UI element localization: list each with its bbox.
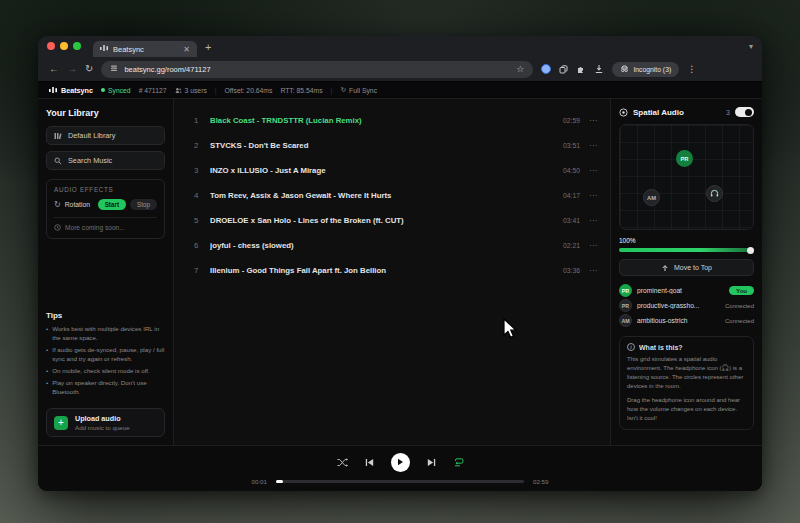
reload-button[interactable]: ↻ xyxy=(85,64,93,74)
search-music-button[interactable]: Search Music xyxy=(46,151,165,170)
beatsync-logo-icon xyxy=(49,86,57,94)
zoom-window-button[interactable] xyxy=(73,42,81,50)
volume-slider[interactable] xyxy=(619,248,754,252)
tip-item: •Play on speaker directly. Don't use Blu… xyxy=(46,379,165,397)
info-paragraph-1: This grid simulates a spatial audio envi… xyxy=(627,355,746,391)
total-time: 02:59 xyxy=(533,478,548,485)
incognito-badge[interactable]: Incognito (3) xyxy=(612,62,679,77)
spatial-user-row[interactable]: PR productive-grassho... Connected xyxy=(619,298,754,313)
track-title: DROELOE x San Holo - Lines of the Broken… xyxy=(210,216,563,225)
spatial-node-device[interactable]: AM xyxy=(643,189,660,206)
profile-icon[interactable] xyxy=(541,64,551,74)
url-field[interactable]: beatsync.gg/room/471127 ☆ xyxy=(101,61,533,78)
tip-item: •Works best with multiple devices IRL in… xyxy=(46,325,165,343)
track-menu-icon[interactable]: ⋯ xyxy=(589,266,598,275)
user-status-badge: You xyxy=(729,286,754,295)
rotation-icon: ↻ xyxy=(54,200,61,209)
rotation-label: Rotation xyxy=(65,201,90,208)
spatial-node-self[interactable]: PR xyxy=(676,150,693,167)
previous-track-button[interactable] xyxy=(365,458,374,467)
tips-section: Tips •Works best with multiple devices I… xyxy=(46,311,165,400)
url-text: beatsync.gg/room/471127 xyxy=(124,65,510,74)
full-sync-icon: ↻ xyxy=(340,86,346,94)
beatsync-brand: Beatsync xyxy=(49,86,93,95)
play-icon xyxy=(396,458,404,466)
track-row[interactable]: 2 STVCKS - Don't Be Scared 03:51 ⋯ xyxy=(194,133,598,158)
rotation-start-button[interactable]: Start xyxy=(98,199,126,210)
upload-audio-button[interactable]: + Upload audio Add music to queue xyxy=(46,408,165,437)
seek-progress xyxy=(276,480,283,483)
track-menu-icon[interactable]: ⋯ xyxy=(589,216,598,225)
tip-item: •If audio gets de-synced, pause, play / … xyxy=(46,346,165,364)
track-row[interactable]: 1 Black Coast - TRNDSTTR (Lucian Remix) … xyxy=(194,108,598,133)
spatial-audio-title: Spatial Audio xyxy=(633,108,684,117)
full-sync-button[interactable]: ↻ Full Sync xyxy=(340,86,377,94)
rtt-stat: RTT: 85.54ms xyxy=(280,87,322,94)
spatial-info-box: i What is this? This grid simulates a sp… xyxy=(619,336,754,430)
spatial-audio-toggle[interactable] xyxy=(735,107,754,117)
browser-window: Beatsync ✕ + ▾ ← → ↻ beatsync.gg/room/47… xyxy=(38,36,762,491)
track-title: INZO x ILLUSIO - Just A Mirage xyxy=(210,166,563,175)
minimize-window-button[interactable] xyxy=(60,42,68,50)
track-menu-icon[interactable]: ⋯ xyxy=(589,241,598,250)
play-pause-button[interactable] xyxy=(391,453,410,472)
track-title: STVCKS - Don't Be Scared xyxy=(210,141,563,150)
back-button[interactable]: ← xyxy=(49,64,59,74)
seek-bar[interactable] xyxy=(276,480,524,483)
track-row[interactable]: 7 Illenium - Good Things Fall Apart ft. … xyxy=(194,258,598,283)
download-icon[interactable] xyxy=(594,64,604,74)
browser-menu-icon[interactable]: ⋮ xyxy=(687,64,696,74)
rotation-stop-button[interactable]: Stop xyxy=(130,199,157,210)
current-time: 00:01 xyxy=(252,478,267,485)
forward-button[interactable]: → xyxy=(67,64,77,74)
track-menu-icon[interactable]: ⋯ xyxy=(589,116,598,125)
spatial-audio-panel: Spatial Audio 3 PR AM 100% Move to Top xyxy=(610,99,762,445)
library-icon xyxy=(54,132,62,140)
track-row[interactable]: 6 joyful - chess (slowed) 02:21 ⋯ xyxy=(194,233,598,258)
user-status-badge: Connected xyxy=(725,318,754,324)
default-library-button[interactable]: Default Library xyxy=(46,126,165,145)
offset-stat: Offset: 20.64ms xyxy=(225,87,273,94)
extensions-puzzle-icon[interactable] xyxy=(576,64,586,74)
move-to-top-button[interactable]: Move to Top xyxy=(619,259,754,276)
shuffle-button[interactable] xyxy=(337,458,348,467)
next-track-button[interactable] xyxy=(427,458,436,467)
copy-icon[interactable] xyxy=(559,65,568,74)
close-window-button[interactable] xyxy=(47,42,55,50)
player-bar: 00:01 02:59 xyxy=(38,445,762,491)
spatial-grid[interactable]: PR AM xyxy=(619,124,754,230)
incognito-label: Incognito (3) xyxy=(633,66,671,73)
bookmark-star-icon[interactable]: ☆ xyxy=(516,64,524,74)
track-row[interactable]: 4 Tom Reev, Assix & Jason Gewalt - Where… xyxy=(194,183,598,208)
spatial-user-row[interactable]: PR prominent-goat You xyxy=(619,283,754,298)
room-id[interactable]: # 471127 xyxy=(139,87,167,94)
track-row[interactable]: 3 INZO x ILLUSIO - Just A Mirage 04:50 ⋯ xyxy=(194,158,598,183)
spatial-user-row[interactable]: AM ambitious-ostrich Connected xyxy=(619,313,754,328)
upload-subtitle: Add music to queue xyxy=(75,424,130,431)
divider: | xyxy=(331,87,333,94)
track-menu-icon[interactable]: ⋯ xyxy=(589,191,598,200)
tab-close-icon[interactable]: ✕ xyxy=(183,45,190,54)
sync-status: Synced xyxy=(101,87,131,94)
site-info-icon[interactable] xyxy=(110,64,118,74)
track-menu-icon[interactable]: ⋯ xyxy=(589,166,598,175)
track-menu-icon[interactable]: ⋯ xyxy=(589,141,598,150)
track-title: joyful - chess (slowed) xyxy=(210,241,563,250)
plus-icon: + xyxy=(54,416,68,430)
info-title: What is this? xyxy=(639,344,683,351)
spatial-listener-headphone-icon[interactable] xyxy=(706,185,723,202)
track-title: Illenium - Good Things Fall Apart ft. Jo… xyxy=(210,266,563,275)
track-duration: 02:21 xyxy=(563,242,580,249)
tab-search-chevron-icon[interactable]: ▾ xyxy=(749,42,753,51)
spatial-user-list: PR prominent-goat You PR productive-gras… xyxy=(619,283,754,328)
tab-beatsync[interactable]: Beatsync ✕ xyxy=(93,41,197,57)
track-number: 2 xyxy=(194,141,210,150)
user-avatar: PR xyxy=(619,284,632,297)
repeat-button[interactable] xyxy=(453,458,464,467)
track-row[interactable]: 5 DROELOE x San Holo - Lines of the Brok… xyxy=(194,208,598,233)
track-number: 4 xyxy=(194,191,210,200)
move-up-icon xyxy=(661,264,669,272)
new-tab-button[interactable]: + xyxy=(205,41,211,53)
incognito-icon xyxy=(620,65,629,74)
user-name: productive-grassho... xyxy=(637,302,720,309)
